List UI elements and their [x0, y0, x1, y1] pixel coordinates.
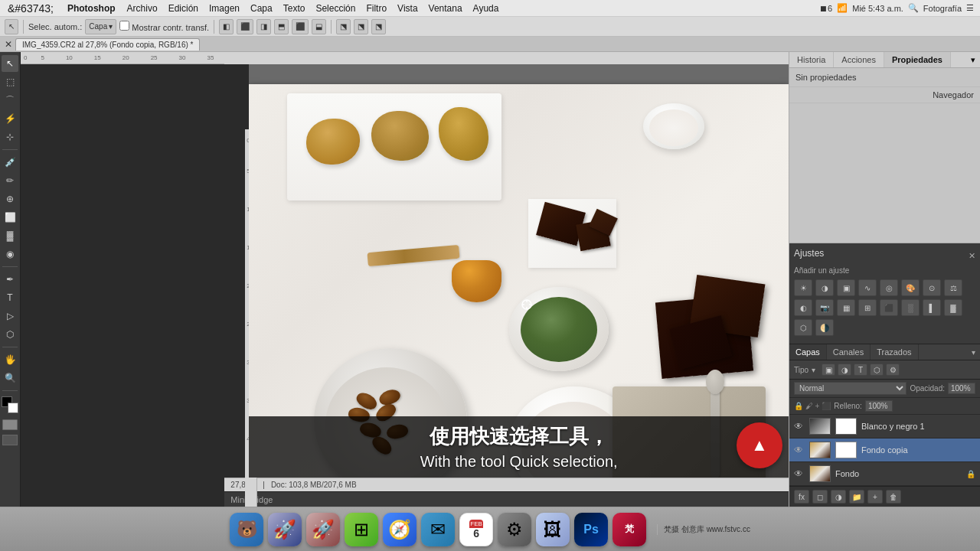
show-transform-checkbox[interactable] [119, 21, 129, 31]
gradient-tool[interactable]: ▓ [2, 227, 18, 244]
menu-toggle[interactable]: ☰ [966, 3, 974, 13]
align-bottom-btn[interactable]: ⬓ [312, 19, 326, 34]
dock-preview[interactable]: 🖼 [536, 513, 570, 546]
zoom-tool[interactable]: 🔍 [2, 370, 18, 386]
quick-select-tool[interactable]: ⚡ [2, 110, 18, 127]
tab-capas[interactable]: Capas [789, 344, 827, 360]
fill-input[interactable] [865, 400, 893, 412]
filter-shape[interactable]: ⬡ [870, 364, 884, 376]
hand-tool[interactable]: 🖐 [2, 351, 18, 368]
new-adj-btn[interactable]: ◑ [831, 490, 846, 504]
layer-row-fondocopia[interactable]: 👁 Fondo copia [789, 439, 980, 462]
curves-adj[interactable]: ∿ [858, 279, 877, 296]
dock-fstvc[interactable]: 梵 [612, 513, 646, 546]
mode-dropdown[interactable]: Capa ▾ [85, 19, 116, 34]
pen-tool[interactable]: ✒ [2, 271, 18, 288]
align-right-btn[interactable]: ◨ [256, 19, 271, 34]
apple-logo[interactable]: &#63743; [0, 2, 61, 15]
eyedropper-tool[interactable]: 💉 [2, 154, 18, 171]
canvas-area[interactable]: 使用快速选择工具， With the tool Quick selection,… [249, 64, 789, 478]
opacity-input[interactable] [948, 383, 975, 394]
align-top-btn[interactable]: ⬒ [274, 19, 289, 34]
dock-safari[interactable]: 🧭 [383, 513, 416, 546]
layer-visibility-fondocopia[interactable]: 👁 [794, 445, 805, 455]
screen-mode-icon[interactable] [2, 435, 18, 445]
new-fill-layer-btn[interactable]: fx [794, 490, 809, 504]
align-left-btn[interactable]: ◧ [219, 19, 234, 34]
blur-tool[interactable]: ◉ [2, 246, 18, 262]
menu-seleccion[interactable]: Selección [310, 3, 361, 14]
layer-row-fondo[interactable]: 👁 Fondo 🔒 [789, 462, 980, 486]
filter-pixel[interactable]: ▣ [822, 364, 835, 376]
new-group-btn[interactable]: 📁 [849, 490, 864, 504]
distribute-btn-3[interactable]: ⬔ [371, 19, 386, 34]
eraser-tool[interactable]: ⬜ [2, 209, 18, 226]
vibrance-adj[interactable]: 🎨 [901, 279, 920, 296]
search-icon[interactable]: 🔍 [908, 3, 919, 13]
dock-rocket[interactable]: 🚀 [306, 513, 340, 546]
distribute-btn-2[interactable]: ⬔ [354, 19, 368, 34]
hue-adj[interactable]: ⊙ [923, 279, 941, 296]
bw-adj[interactable]: ◐ [794, 299, 812, 316]
levels-adj[interactable]: ▣ [837, 279, 855, 296]
posterize-adj[interactable]: ░ [901, 299, 920, 316]
text-tool[interactable]: T [2, 289, 18, 306]
distribute-btn-1[interactable]: ⬔ [336, 19, 351, 34]
mini-bridge[interactable]: Mini Bridge [224, 491, 789, 507]
tab-acciones[interactable]: Acciones [834, 52, 884, 67]
shadow-highlight-adj[interactable]: 🌗 [815, 319, 834, 336]
tab-canales[interactable]: Canales [827, 344, 871, 360]
filter-smart[interactable]: ⚙ [886, 364, 900, 376]
tab-propiedades[interactable]: Propiedades [884, 52, 951, 67]
add-mask-btn[interactable]: ◻ [812, 490, 828, 504]
background-color[interactable] [8, 403, 18, 413]
filter-adjust[interactable]: ◑ [838, 364, 851, 376]
workspace-label[interactable]: Fotografía [923, 4, 962, 13]
menu-texto[interactable]: Texto [278, 3, 311, 14]
gradient-map-adj[interactable]: ▓ [944, 299, 962, 316]
tool-select-btn[interactable]: ↖ [5, 19, 18, 34]
align-center-btn[interactable]: ⬛ [237, 19, 253, 34]
dock-finder[interactable]: 🐻 [230, 513, 263, 546]
brightness-adj[interactable]: ☀ [794, 279, 812, 296]
document-tab[interactable]: IMG_4359.CR2 al 27,8% (Fondo copia, RGB/… [15, 38, 200, 51]
filter-dropdown[interactable]: ▾ [812, 366, 815, 374]
color-lookup-adj[interactable]: ⊞ [858, 299, 877, 316]
dock-sysprefs[interactable]: ⚙ [498, 513, 531, 546]
layers-panel-menu[interactable]: ▾ [967, 344, 980, 360]
dock-appgrid[interactable]: ⊞ [345, 513, 378, 546]
brush-tool[interactable]: ✏ [2, 172, 18, 189]
menu-capa[interactable]: Capa [245, 3, 278, 14]
menu-ventana[interactable]: Ventana [423, 3, 468, 14]
layers-menu-icon[interactable]: ▾ [972, 348, 975, 357]
dock-launchpad[interactable]: 🚀 [268, 513, 302, 546]
channel-mixer-adj[interactable]: ▦ [837, 299, 855, 316]
layer-visibility-fondo[interactable]: 👁 [794, 468, 805, 479]
dock-calendar[interactable]: FEB 6 [459, 513, 493, 546]
dock-photoshop[interactable]: Ps [574, 513, 608, 546]
tab-historia[interactable]: Historia [789, 52, 834, 67]
menu-archivo[interactable]: Archivo [122, 3, 163, 14]
colorbalance-adj[interactable]: ⚖ [944, 279, 962, 296]
layer-row-bw[interactable]: 👁 Blanco y negro 1 [789, 415, 980, 439]
threshold-adj[interactable]: ▌ [923, 299, 941, 316]
invert-adj[interactable]: ⬛ [880, 299, 898, 316]
blend-mode-select[interactable]: Normal [794, 382, 906, 395]
path-select-tool[interactable]: ▷ [2, 308, 18, 324]
contrast-adj[interactable]: ◑ [815, 279, 834, 296]
menu-filtro[interactable]: Filtro [361, 3, 392, 14]
exposure-adj[interactable]: ◎ [880, 279, 898, 296]
layer-visibility-bw[interactable]: 👁 [794, 421, 805, 432]
marquee-tool[interactable]: ⬚ [2, 73, 18, 90]
menu-edicion[interactable]: Edición [163, 3, 204, 14]
move-tool[interactable]: ↖ [2, 55, 18, 72]
lasso-tool[interactable]: ⌒ [2, 92, 18, 109]
selective-color-adj[interactable]: ⬡ [794, 319, 812, 336]
crop-tool[interactable]: ⊹ [2, 129, 18, 145]
menu-imagen[interactable]: Imagen [204, 3, 245, 14]
color-swatches[interactable] [2, 396, 18, 413]
clone-tool[interactable]: ⊕ [2, 191, 18, 207]
delete-layer-btn[interactable]: 🗑 [886, 490, 901, 504]
shape-tool[interactable]: ⬡ [2, 326, 18, 343]
tab-trazados[interactable]: Trazados [871, 344, 918, 360]
